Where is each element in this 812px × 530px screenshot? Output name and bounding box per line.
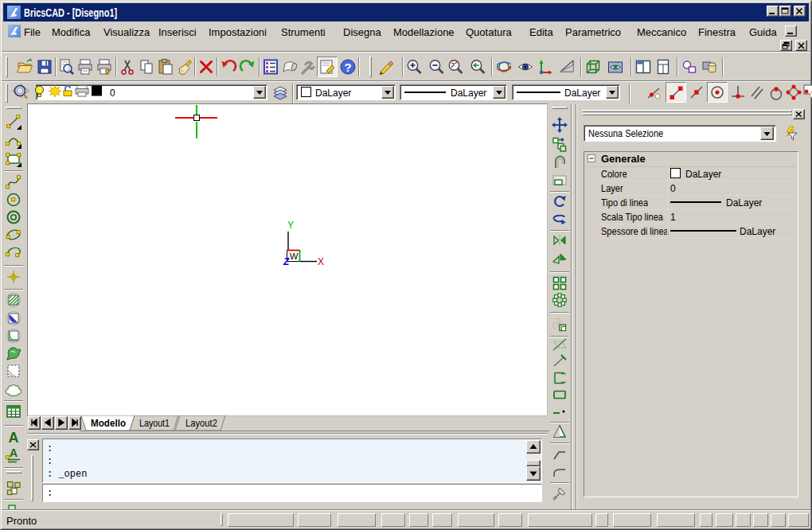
svg-text:Modello: Modello	[91, 417, 126, 429]
svg-text:A: A	[9, 430, 19, 446]
svg-text:Z: Z	[283, 256, 290, 267]
svg-text:W: W	[290, 251, 299, 261]
svg-text:Y: Y	[287, 220, 294, 231]
svg-text:Layout2: Layout2	[185, 417, 217, 429]
svg-text:Layout1: Layout1	[139, 417, 170, 429]
svg-text:?: ?	[344, 60, 351, 74]
svg-text:A: A	[10, 446, 18, 459]
svg-text:X: X	[318, 256, 324, 267]
